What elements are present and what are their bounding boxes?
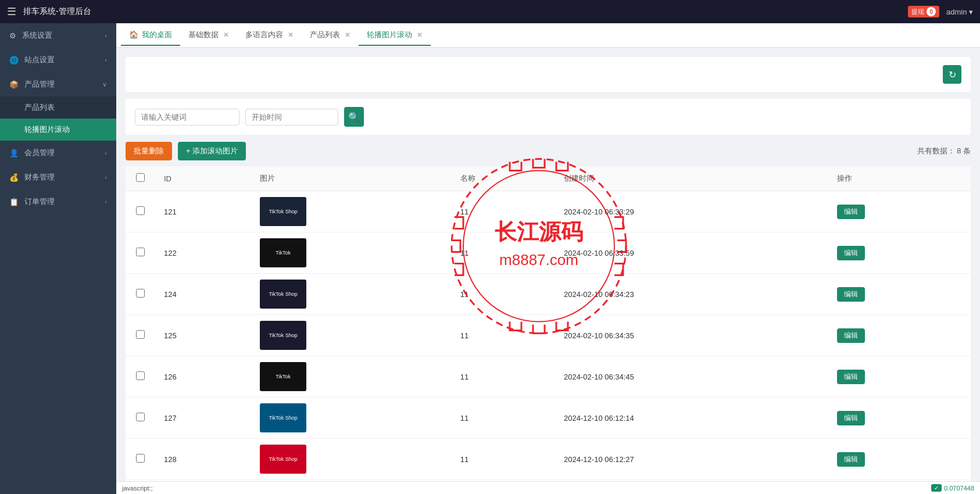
- row-checkbox-cell: [126, 315, 155, 356]
- tab-home[interactable]: 🏠 我的桌面: [121, 25, 180, 46]
- total-count: 8: [957, 146, 961, 155]
- body-row: ⚙ 系统设置 ‹ 🌐 站点设置 ‹ 📦 产品管理 ∨: [0, 23, 980, 494]
- row-name: 11: [451, 232, 555, 274]
- table-header: ID 图片 名称 创建时间 操作: [126, 166, 971, 191]
- search-card: 🔍: [126, 99, 971, 135]
- batch-delete-button[interactable]: 批量删除: [126, 142, 172, 160]
- home-icon: 🏠: [129, 30, 138, 39]
- row-image: TikTok Shop: [251, 315, 451, 356]
- row-created-at: 2024-02-10 06:34:23: [555, 274, 828, 315]
- row-image: TikTok Shop: [251, 398, 451, 439]
- sidebar-item-product-list[interactable]: 产品列表: [0, 96, 116, 119]
- edit-button-127[interactable]: 编辑: [837, 411, 865, 425]
- dollar-icon: 💰: [9, 173, 19, 182]
- tab-product-list[interactable]: 产品列表 ✕: [302, 25, 359, 46]
- row-name: 11: [451, 274, 555, 315]
- edit-button-124[interactable]: 编辑: [837, 287, 865, 302]
- sidebar: ⚙ 系统设置 ‹ 🌐 站点设置 ‹ 📦 产品管理 ∨: [0, 23, 116, 494]
- row-action: 编辑: [828, 398, 971, 439]
- tab-close-multilang[interactable]: ✕: [288, 31, 294, 39]
- row-checkbox-124[interactable]: [136, 289, 145, 298]
- row-name: 11: [451, 191, 555, 232]
- action-bar-left: 批量删除 + 添加滚动图片: [126, 142, 246, 160]
- row-created-at: 2024-02-10 06:33:59: [555, 232, 828, 274]
- sidebar-item-product-management[interactable]: 📦 产品管理 ∨: [0, 72, 116, 96]
- row-checkbox-121[interactable]: [136, 206, 145, 215]
- row-created-at: 2024-02-10 06:34:45: [555, 356, 828, 398]
- sidebar-item-site-settings[interactable]: 🌐 站点设置 ‹: [0, 48, 116, 72]
- sidebar-item-member-management[interactable]: 👤 会员管理 ‹: [0, 141, 116, 165]
- total-label: 共有数据：: [917, 146, 955, 155]
- tab-close-base-data[interactable]: ✕: [223, 31, 229, 39]
- tabs-bar: 🏠 我的桌面 基础数据 ✕ 多语言内容 ✕ 产品列表 ✕ 轮播图片滚动 ✕: [116, 23, 980, 48]
- th-action: 操作: [828, 166, 971, 191]
- table-card: ID 图片 名称 创建时间 操作 121 TikTok: [126, 166, 971, 481]
- toolbar-card: ↻: [126, 57, 971, 92]
- row-checkbox-122[interactable]: [136, 248, 145, 256]
- row-id: 128: [155, 439, 251, 480]
- edit-button-122[interactable]: 编辑: [837, 246, 865, 260]
- row-checkbox-125[interactable]: [136, 330, 145, 339]
- sidebar-item-inner: ⚙ 系统设置: [9, 30, 52, 41]
- notify-label: 提现: [911, 8, 924, 16]
- admin-label[interactable]: admin ▾: [946, 8, 973, 16]
- data-table: ID 图片 名称 创建时间 操作 121 TikTok: [126, 166, 971, 481]
- top-bar: ☰ 排车系统-管理后台 提现 0 admin ▾: [0, 0, 980, 23]
- row-action: 编辑: [828, 191, 971, 232]
- row-checkbox-cell: [126, 274, 155, 315]
- edit-button-128[interactable]: 编辑: [837, 452, 865, 467]
- status-value: 0.0707448: [944, 485, 974, 492]
- table-body: 121 TikTok Shop 11 2024-02-10 06:33:29 编…: [126, 191, 971, 482]
- status-right: ✓ 0.0707448: [931, 484, 974, 492]
- arrow-icon-product: ∨: [102, 81, 107, 88]
- tab-close-carousel[interactable]: ✕: [417, 31, 423, 39]
- table-row: 124 TikTok Shop 11 2024-02-10 06:34:23 编…: [126, 274, 971, 315]
- tab-base-data-label: 基础数据: [188, 30, 219, 40]
- edit-button-121[interactable]: 编辑: [837, 205, 865, 219]
- tab-product-list-label: 产品列表: [310, 30, 340, 40]
- th-checkbox: [126, 166, 155, 191]
- sidebar-item-inner-product: 📦 产品管理: [9, 79, 55, 90]
- th-name: 名称: [451, 166, 555, 191]
- box-icon: 📦: [9, 80, 19, 89]
- row-image: TikTok Shop: [251, 274, 451, 315]
- search-input[interactable]: [135, 109, 239, 126]
- sidebar-item-order-management[interactable]: 📋 订单管理 ‹: [0, 189, 116, 214]
- row-name: 11: [451, 398, 555, 439]
- tab-multilang[interactable]: 多语言内容 ✕: [237, 25, 302, 46]
- date-input[interactable]: [245, 109, 338, 126]
- select-all-checkbox[interactable]: [136, 173, 145, 182]
- notify-button[interactable]: 提现 0: [908, 6, 939, 17]
- th-id: ID: [155, 166, 251, 191]
- row-checkbox-cell: [126, 398, 155, 439]
- sidebar-item-carousel[interactable]: 轮播图片滚动: [0, 119, 116, 141]
- sidebar-item-finance-management[interactable]: 💰 财务管理 ‹: [0, 165, 116, 189]
- th-created-at: 创建时间: [555, 166, 828, 191]
- refresh-button[interactable]: ↻: [943, 65, 961, 84]
- search-button[interactable]: 🔍: [344, 107, 364, 127]
- row-checkbox-126[interactable]: [136, 371, 145, 380]
- row-created-at: 2024-02-10 06:33:29: [555, 191, 828, 232]
- order-icon: 📋: [9, 198, 19, 206]
- hamburger-icon[interactable]: ☰: [7, 5, 16, 18]
- edit-button-125[interactable]: 编辑: [837, 328, 865, 343]
- row-checkbox-cell: [126, 232, 155, 274]
- tab-close-product-list[interactable]: ✕: [345, 31, 350, 39]
- row-created-at: 2024-02-10 06:34:35: [555, 315, 828, 356]
- sidebar-label-member: 会员管理: [24, 148, 55, 158]
- sidebar-item-system-settings[interactable]: ⚙ 系统设置 ‹: [0, 23, 116, 48]
- tab-home-label: 我的桌面: [142, 30, 172, 40]
- tab-base-data[interactable]: 基础数据 ✕: [180, 25, 237, 46]
- edit-button-126[interactable]: 编辑: [837, 370, 865, 384]
- arrow-icon-finance: ‹: [105, 174, 107, 181]
- table-row: 126 TikTok 11 2024-02-10 06:34:45 编辑: [126, 356, 971, 398]
- user-icon: 👤: [9, 149, 19, 157]
- row-image: TikTok: [251, 232, 451, 274]
- tab-carousel[interactable]: 轮播图片滚动 ✕: [359, 25, 431, 46]
- row-checkbox-128[interactable]: [136, 454, 145, 463]
- app-title: 排车系统-管理后台: [23, 6, 91, 17]
- sidebar-sub-product: 产品列表 轮播图片滚动: [0, 96, 116, 141]
- table-row: 125 TikTok Shop 11 2024-02-10 06:34:35 编…: [126, 315, 971, 356]
- add-slide-button[interactable]: + 添加滚动图片: [178, 142, 246, 160]
- row-checkbox-127[interactable]: [136, 413, 145, 421]
